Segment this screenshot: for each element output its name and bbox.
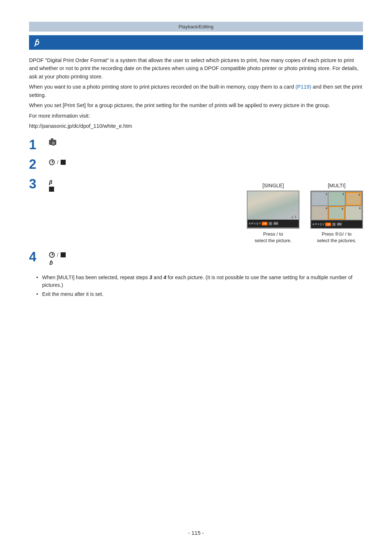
step-4-row: 4 / ɓ: [29, 250, 363, 267]
link-p119: (P119): [295, 84, 311, 90]
black-square-4: [61, 252, 66, 257]
black-square-3: [49, 187, 54, 192]
title-icon: ƥ: [34, 38, 39, 47]
title-bar: ƥ: [29, 35, 363, 50]
step-3-left: β: [49, 179, 232, 193]
step-1-number: 1: [29, 138, 49, 151]
body-para1: DPOF "Digital Print Order Format" is a s…: [29, 56, 363, 81]
page-number: - 115 -: [188, 530, 204, 536]
step-4-content: / ɓ: [49, 250, 363, 267]
step-2-row: 2 /: [29, 158, 363, 171]
camera-icon: [49, 140, 56, 145]
cell-1: 1: [312, 192, 328, 205]
step-4-icon-row: /: [49, 252, 363, 258]
bullet-dot-1: •: [36, 274, 40, 289]
section-label: Playback/Editing: [29, 22, 363, 32]
step-2-number: 2: [29, 158, 49, 171]
step-1-row: 1: [29, 138, 363, 151]
status-dv-single: DV: [273, 222, 278, 225]
lcd-multi-status: & R X Q V 1⊕ ⊡ DV: [311, 220, 362, 228]
black-square-2: [61, 160, 66, 165]
step-3-layout: β [SINGLE] & R X: [49, 179, 363, 244]
bullet-2-text: Exit the menu after it is set.: [42, 290, 103, 298]
lcd-multi-grid: 1 2 3 4 5 6: [311, 191, 362, 220]
lcd-multi: 1 2 3 4 5 6 & R X Q V 1⊕: [310, 191, 363, 229]
cell-5: 5: [328, 206, 344, 220]
multi-caption: Press ®⊙/ / to select the pictures.: [310, 231, 363, 244]
step-2-icon-row: /: [49, 159, 363, 165]
status-highlight-single: 1⊕: [262, 222, 268, 225]
status-item-multi: ⊡: [332, 223, 336, 226]
step-3-content: β [SINGLE] & R X: [49, 178, 363, 244]
lcd-single: & R X Q V 1⊕ ⊡ DV: [247, 191, 299, 229]
step-3-icon-row: β: [49, 179, 232, 185]
single-label: [SINGLE]: [247, 183, 299, 188]
status-text-single: & R X Q V: [249, 222, 261, 225]
body-para4: For more information visit:: [29, 112, 363, 120]
multi-image-block: [MULTI] 1 2 3 4 5 6: [310, 183, 363, 244]
bullet-dot-2: •: [36, 290, 40, 298]
bullets-section: • When [MULTI] has been selected, repeat…: [36, 274, 363, 298]
step-2-content: /: [49, 158, 363, 167]
step-4-number: 4: [29, 250, 49, 264]
page-container: Playback/Editing ƥ DPOF "Digital Print O…: [0, 0, 392, 554]
step-4-sub: ɓ: [49, 259, 363, 267]
status-item-single: ⊡: [269, 222, 272, 225]
status-text-multi: & R X Q V: [313, 223, 324, 225]
slash-sep-4: /: [57, 252, 58, 258]
step-1-content: [49, 138, 363, 146]
step-3-right: [SINGLE] & R X Q V 1⊕ ⊡ DV: [247, 183, 363, 244]
step-1-icon-row: [49, 140, 363, 145]
step-3-icon-row2: [49, 187, 232, 192]
body-url: http://panasonic.jp/dc/dpof_110/white_e.…: [29, 122, 363, 130]
single-image-block: [SINGLE] & R X Q V 1⊕ ⊡ DV: [247, 183, 299, 244]
multi-label: [MULTI]: [310, 183, 363, 188]
slash-sep-2: /: [57, 159, 58, 165]
bullet-1: • When [MULTI] has been selected, repeat…: [36, 274, 363, 289]
lcd-single-status: & R X Q V 1⊕ ⊡ DV: [248, 220, 299, 228]
step-3-number: 3: [29, 178, 49, 191]
dial-icon: [49, 159, 55, 165]
body-para2: When you want to use a photo printing st…: [29, 83, 363, 99]
status-dv-multi: DV: [337, 223, 342, 226]
status-highlight-multi: 1⊕: [325, 223, 331, 226]
body-para3: When you set [Print Set] for a group pic…: [29, 101, 363, 109]
bullet-1-text: When [MULTI] has been selected, repeat s…: [42, 274, 363, 289]
step-3-icon-beta: β: [49, 179, 52, 185]
cell-6: 6: [346, 206, 362, 220]
cell-2: 2: [328, 192, 344, 205]
single-caption: Press / to select the picture.: [247, 231, 299, 244]
steps-section: 1 2 / 3: [29, 138, 363, 267]
single-photo: [248, 191, 299, 220]
bullet-2: • Exit the menu after it is set.: [36, 290, 363, 298]
cell-3: 3: [346, 192, 362, 205]
dial-icon-4: [49, 252, 55, 258]
cell-4: 4: [312, 206, 328, 220]
step-3-row: 3 β [SINGLE]: [29, 178, 363, 244]
